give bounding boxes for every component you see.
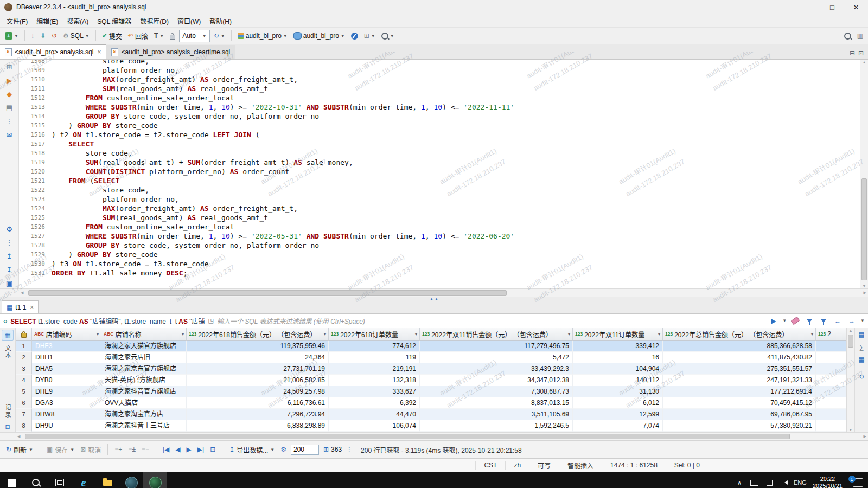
first-page-icon[interactable]: |◀ <box>161 445 171 454</box>
close-button[interactable]: ✕ <box>844 0 868 14</box>
app-button-1[interactable] <box>119 472 143 488</box>
table-cell[interactable]: DHF3 <box>32 341 101 352</box>
value-panel-icon[interactable]: ▤ <box>858 331 864 338</box>
transaction-log-button[interactable]: T▼ <box>152 29 166 42</box>
table-cell[interactable]: 106,074 <box>329 420 420 432</box>
new-connection-button[interactable]: +▼ <box>3 29 21 42</box>
close-tab-icon[interactable]: × <box>97 48 101 56</box>
menu-item[interactable]: 文件(F) <box>2 15 32 27</box>
table-cell[interactable]: 31,130 <box>573 386 663 397</box>
column-header[interactable]: 1232022年618订单数量▾ <box>329 328 420 341</box>
file-explorer-button[interactable] <box>95 472 119 488</box>
tray-expand-icon[interactable]: ∧ <box>732 472 747 488</box>
table-cell[interactable]: 247,191,321.33 <box>663 375 816 386</box>
column-header[interactable]: 1232022年双11订单数量▾ <box>573 328 663 341</box>
fetch-all-icon[interactable]: ⊡ <box>208 445 217 454</box>
table-cell[interactable] <box>816 397 846 409</box>
scrollbar-thumb[interactable] <box>861 178 867 280</box>
history-forward-icon[interactable]: → <box>846 316 857 326</box>
network-tray-icon[interactable] <box>762 472 777 488</box>
refresh-timer-button[interactable]: ↻▼ <box>212 29 227 42</box>
panel-icon[interactable]: ⊡ <box>5 423 10 431</box>
row-number-cell[interactable]: 8 <box>16 420 32 432</box>
refresh-button[interactable]: ↻刷新▼ <box>4 444 35 455</box>
output-icon[interactable]: ✉ <box>3 130 15 140</box>
abort-button[interactable]: ↺ <box>49 29 59 42</box>
export-data-button[interactable]: ↥导出数据...▼ <box>227 444 276 455</box>
fetch-size-input[interactable] <box>291 445 319 455</box>
filter-input[interactable]: 输入一个 SQL 表达式来过滤结果 (使用 Ctrl+Space) <box>217 316 765 325</box>
edit-filter-icon[interactable] <box>804 316 815 326</box>
schema-selector[interactable]: audit_bi_pro▼ <box>291 29 347 42</box>
column-filter-caret-icon[interactable]: ▾ <box>658 332 660 337</box>
table-cell[interactable]: 275,351,551.57 <box>663 363 816 375</box>
search-button[interactable]: ▼ <box>379 29 397 42</box>
chevron-down-icon[interactable]: ▼ <box>860 318 865 323</box>
table-cell[interactable]: 天猫-英氏官方旗舰店 <box>101 375 187 386</box>
row-number-cell[interactable]: 3 <box>16 363 32 375</box>
column-filter-caret-icon[interactable]: ▾ <box>97 332 99 337</box>
table-cell[interactable]: 885,366,628.58 <box>663 341 816 352</box>
table-cell[interactable] <box>816 363 846 375</box>
scroll-right-icon[interactable]: ▶ <box>864 433 866 440</box>
table-cell[interactable]: 1,592,246.5 <box>420 420 573 432</box>
column-filter-caret-icon[interactable]: ▾ <box>182 332 184 337</box>
table-cell[interactable]: 333,627 <box>329 386 420 397</box>
column-header[interactable]: 1232022年618销售金额（元） （包含运费）▾ <box>187 328 329 341</box>
calc-panel-icon[interactable]: ∑ <box>859 343 864 351</box>
table-cell[interactable]: 海澜之家天猫官方旗舰店 <box>101 341 187 352</box>
table-cell[interactable]: DYB0 <box>32 375 101 386</box>
table-cell[interactable]: 海澜之家抖音十三号店 <box>101 420 187 432</box>
row-count-button[interactable]: ⊞363 <box>322 445 343 454</box>
table-cell[interactable]: 219,191 <box>329 363 420 375</box>
table-cell[interactable]: 119 <box>329 352 420 363</box>
row-number-cell[interactable]: 1 <box>16 341 32 352</box>
scrollbar-thumb[interactable] <box>28 290 507 296</box>
table-cell[interactable]: DHE9 <box>32 386 101 397</box>
prev-page-icon[interactable]: ◀ <box>174 445 182 454</box>
table-cell[interactable]: 34,347,012.38 <box>420 375 573 386</box>
row-number-cell[interactable]: 6 <box>16 397 32 409</box>
start-button[interactable] <box>0 472 24 488</box>
table-cell[interactable]: DH9U <box>32 420 101 432</box>
table-cell[interactable]: 海澜之家抖音官方旗舰店 <box>101 386 187 397</box>
row-number-cell[interactable]: 5 <box>16 386 32 397</box>
table-cell[interactable] <box>816 409 846 420</box>
history-back-icon[interactable]: ← <box>832 316 843 326</box>
menu-item[interactable]: 编辑(E) <box>32 15 62 27</box>
chevron-down-icon[interactable]: ▼ <box>782 318 787 323</box>
row-number-cell[interactable]: 2 <box>16 352 32 363</box>
scrollbar-thumb[interactable] <box>25 434 790 439</box>
sql-mode-selector[interactable]: ⚙SQL▼ <box>61 29 92 42</box>
column-filter-caret-icon[interactable]: ▾ <box>415 332 417 337</box>
row-number-cell[interactable]: 7 <box>16 409 32 420</box>
table-cell[interactable]: 21,006,582.85 <box>187 375 329 386</box>
delete-row-icon[interactable]: ≡− <box>140 445 151 454</box>
internet-explorer-button[interactable]: e <box>72 472 95 488</box>
menu-item[interactable]: 搜索(A) <box>62 15 93 27</box>
perspective-button[interactable]: ▥ <box>855 29 865 42</box>
minimize-button[interactable]: — <box>796 0 820 14</box>
table-cell[interactable] <box>816 375 846 386</box>
last-page-icon[interactable]: ▶| <box>196 445 206 454</box>
erase-filter-icon[interactable] <box>790 316 801 326</box>
copy-icon[interactable]: ▤ <box>3 102 15 113</box>
table-cell[interactable]: OVV天猫店 <box>101 397 187 409</box>
rollback-button[interactable]: ↶回滚 <box>126 29 150 42</box>
scroll-left-icon[interactable]: ◀ <box>21 289 23 297</box>
table-cell[interactable]: 海澜之家云店旧 <box>101 352 187 363</box>
scroll-down-icon[interactable]: ▼ <box>847 428 854 432</box>
window-icon[interactable]: ▣ <box>3 278 15 288</box>
connection-selector[interactable]: audit_bi_pro▼ <box>235 29 290 42</box>
column-header[interactable]: ABC店铺编码▾ <box>32 328 101 341</box>
execute-script-icon[interactable]: ◆ <box>3 89 15 99</box>
import-icon[interactable]: ↧ <box>3 265 15 275</box>
table-cell[interactable]: 117,279,496.75 <box>420 341 573 352</box>
editor-tab[interactable]: <audit_bi_pro> analysis.sql× <box>0 44 106 59</box>
next-page-icon[interactable]: ▶ <box>185 445 193 454</box>
code-editor-area[interactable]: 1508 store_code,1509 platform_order_no,1… <box>19 60 860 288</box>
clock[interactable]: 20:22 2025/10/21 <box>808 472 847 488</box>
navigate-button[interactable] <box>349 29 360 42</box>
column-filter-caret-icon[interactable]: ▾ <box>811 332 813 337</box>
table-cell[interactable]: 774,612 <box>329 341 420 352</box>
